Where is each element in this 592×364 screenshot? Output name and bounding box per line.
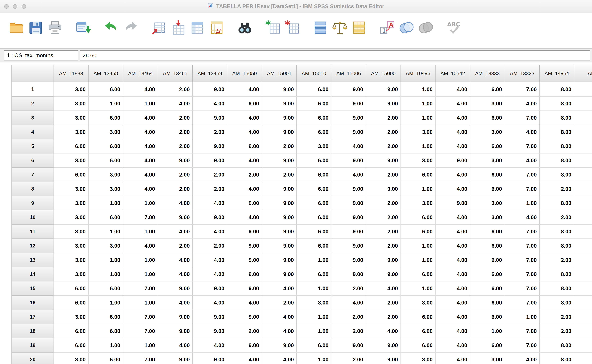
cell[interactable]: 2.00 (366, 210, 401, 224)
column-header[interactable]: AM_11833 (54, 65, 88, 82)
cell[interactable]: 9.00 (227, 97, 262, 111)
cell[interactable]: 1.00 (88, 253, 123, 267)
cell[interactable]: 6.00 (88, 111, 123, 125)
cell[interactable]: 4.00 (123, 168, 158, 182)
cell[interactable]: 9.00 (366, 82, 401, 97)
cell[interactable]: 3.00 (54, 253, 88, 267)
cell[interactable]: 4.00 (158, 338, 193, 352)
cell[interactable]: 9.00 (435, 196, 470, 210)
redo-button[interactable] (121, 18, 140, 38)
find-button[interactable] (236, 18, 254, 38)
column-header[interactable]: AM_13459 (193, 65, 227, 82)
cell[interactable]: 7.00 (123, 281, 158, 296)
cell[interactable]: 4.00 (435, 324, 470, 338)
cell[interactable]: 4.00 (158, 296, 193, 310)
cell[interactable]: 7.00 (505, 182, 539, 196)
column-header[interactable]: AM_15010 (296, 65, 331, 82)
cell[interactable]: 4.00 (505, 352, 539, 364)
cell[interactable]: 6.00 (401, 210, 435, 224)
row-header[interactable]: 10 (12, 210, 54, 224)
cell[interactable]: 3.00 (470, 196, 505, 210)
cell[interactable]: 9.00 (331, 153, 366, 168)
cell[interactable]: 1.00 (401, 239, 435, 253)
cell[interactable]: 7.00 (123, 210, 158, 224)
cell[interactable]: 2.00 (539, 210, 574, 224)
cell[interactable]: 8.00 (539, 97, 574, 111)
cell[interactable]: 2.00 (366, 139, 401, 153)
cell[interactable]: 7.00 (505, 224, 539, 239)
cell[interactable]: 4.00 (158, 253, 193, 267)
cell[interactable]: 2.00 (193, 239, 227, 253)
cell[interactable]: 1.00 (401, 253, 435, 267)
cell[interactable]: 9.00 (262, 182, 296, 196)
cell[interactable]: 6.00 (470, 182, 505, 196)
cell[interactable]: 9.00 (262, 224, 296, 239)
cell[interactable]: 7.00 (505, 139, 539, 153)
cell[interactable]: 6.00 (88, 352, 123, 364)
cell[interactable]: 2.00 (158, 182, 193, 196)
cell[interactable]: 4.00 (158, 97, 193, 111)
cell[interactable]: 2.00 (193, 168, 227, 182)
cell[interactable]: 1.00 (401, 182, 435, 196)
cell[interactable]: 3.00 (88, 182, 123, 196)
cell[interactable]: 9.00 (331, 97, 366, 111)
cell[interactable]: 7.00 (505, 239, 539, 253)
cell[interactable]: 6.00 (54, 139, 88, 153)
cell[interactable]: 9.00 (227, 310, 262, 324)
cell[interactable]: 2.00 (158, 125, 193, 139)
cell[interactable]: 8.00 (539, 125, 574, 139)
cell[interactable]: 4.00 (123, 139, 158, 153)
cell[interactable]: 2.00 (331, 352, 366, 364)
cell[interactable]: 9.00 (262, 153, 296, 168)
cell[interactable]: 2.00 (366, 239, 401, 253)
cell[interactable]: 4.00 (435, 168, 470, 182)
cell[interactable]: 2.00 (158, 82, 193, 97)
cell[interactable]: 8.00 (539, 338, 574, 352)
cell[interactable]: 1.00 (401, 111, 435, 125)
cell[interactable]: 2.00 (366, 296, 401, 310)
cell[interactable]: 9.00 (262, 253, 296, 267)
cell[interactable]: 4.00 (123, 82, 158, 97)
row-header[interactable]: 4 (12, 125, 54, 139)
cell[interactable] (574, 111, 592, 125)
cell[interactable]: 6.00 (470, 139, 505, 153)
cell[interactable]: 6.00 (296, 97, 331, 111)
cell[interactable] (574, 224, 592, 239)
cell[interactable]: 1.00 (296, 352, 331, 364)
cell[interactable]: 6.00 (296, 196, 331, 210)
cell[interactable]: 4.00 (331, 296, 366, 310)
cell[interactable]: 2.00 (366, 168, 401, 182)
cell[interactable]: 4.00 (505, 125, 539, 139)
cell[interactable]: 3.00 (88, 125, 123, 139)
descriptives-button[interactable]: μ (208, 18, 226, 38)
cell[interactable]: 4.00 (227, 352, 262, 364)
cell[interactable]: 4.00 (193, 338, 227, 352)
cell[interactable]: 4.00 (435, 267, 470, 281)
spell-check-button[interactable]: ABC (445, 18, 463, 38)
split-file-button[interactable] (311, 18, 330, 38)
cell[interactable]: 9.00 (331, 125, 366, 139)
cell[interactable]: 8.00 (539, 82, 574, 97)
cell[interactable]: 6.00 (296, 82, 331, 97)
cell[interactable]: 9.00 (193, 281, 227, 296)
cell[interactable]: 9.00 (366, 352, 401, 364)
cell[interactable]: 7.00 (505, 168, 539, 182)
cell[interactable]: 6.00 (54, 338, 88, 352)
cell[interactable]: 9.00 (262, 82, 296, 97)
cell[interactable]: 4.00 (158, 267, 193, 281)
row-header[interactable]: 2 (12, 97, 54, 111)
cell[interactable]: 4.00 (158, 224, 193, 239)
undo-button[interactable] (102, 18, 121, 38)
cell[interactable]: 2.00 (331, 281, 366, 296)
cell[interactable]: 3.00 (54, 196, 88, 210)
row-header[interactable]: 7 (12, 168, 54, 182)
goto-variable-button[interactable] (169, 18, 187, 38)
cell[interactable]: 1.00 (401, 281, 435, 296)
cell[interactable]: 1.00 (88, 224, 123, 239)
column-header[interactable]: AM_13323 (505, 65, 539, 82)
cell[interactable]: 9.00 (193, 324, 227, 338)
cell[interactable]: 1.00 (88, 338, 123, 352)
cell[interactable] (574, 168, 592, 182)
cell[interactable]: 8.00 (539, 239, 574, 253)
cell[interactable]: 9.00 (158, 210, 193, 224)
